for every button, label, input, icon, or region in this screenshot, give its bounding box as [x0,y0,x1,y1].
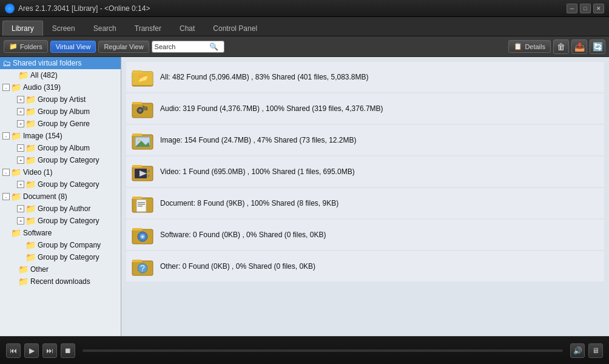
content-icon-audio [131,97,154,120]
expand-artist[interactable]: + [17,96,24,103]
content-item-document[interactable]: Document: 8 Found (9KB) , 100% Shared (8… [126,188,604,218]
content-text-software: Software: 0 Found (0KB) , 0% Shared (0 f… [160,231,326,239]
stop-button[interactable]: ⏹ [61,343,75,358]
image-folder-icon: 📁 [11,131,21,141]
sidebar-item-document[interactable]: - 📁 Document (8) [0,190,121,203]
content-item-software[interactable]: Software: 0 Found (0KB) , 0% Shared (0 f… [126,220,604,250]
play-button[interactable]: ▶ [24,343,39,358]
content-text-audio: Audio: 319 Found (4,376.7MB) , 100% Shar… [160,104,383,113]
sidebar-root[interactable]: 🗂 Shared virtual folders [0,57,121,69]
content-icon-all: 📂 [131,66,154,89]
sidebar-item-image-category[interactable]: + 📁 Group by Category [0,154,121,166]
refresh-button[interactable]: 🔄 [590,39,605,54]
svg-point-14 [138,139,140,141]
svg-rect-34 [132,260,142,262]
image-album-folder-icon: 📁 [25,143,36,153]
sidebar-item-software-company[interactable]: 📁 Group by Company [0,239,121,251]
content-item-other[interactable]: ? Other: 0 Found (0KB) , 0% Shared (0 fi… [126,251,604,281]
content-icon-software [131,223,154,246]
sidebar-item-image-album[interactable]: + 📁 Group by Album [0,142,121,154]
tab-transfer[interactable]: Transfer [126,21,170,36]
sidebar-item-all-label: All (482) [30,71,58,79]
search-button[interactable]: 🔍 [209,42,218,51]
sidebar-item-other[interactable]: 📁 Other [0,263,121,275]
sidebar-item-video[interactable]: - 📁 Video (1) [0,166,121,178]
tab-control-panel[interactable]: Control Panel [204,21,266,36]
ares-icon [5,4,15,13]
sidebar-item-software[interactable]: 📁 Software [0,227,121,239]
content-item-video[interactable]: Video: 1 Found (695.0MB) , 100% Shared (… [126,157,604,187]
expand-document-author[interactable]: + [17,205,24,212]
sidebar-item-video-category-label: Group by Category [38,180,99,189]
progress-bar[interactable] [82,349,563,352]
window-controls: ─ □ ✕ [567,4,604,13]
volume-button[interactable]: 🔊 [570,343,585,358]
software-company-folder-icon: 📁 [25,240,36,250]
prev-button[interactable]: ⏮ [6,343,21,358]
root-folder-icon: 🗂 [2,58,11,68]
sidebar-item-recent[interactable]: 📁 Recent downloads [0,275,121,288]
expand-image-album[interactable]: + [17,144,24,152]
sidebar-item-audio-genre[interactable]: + 📁 Group by Genre [0,118,121,130]
details-button[interactable]: 📋 Details [508,40,551,53]
next-button[interactable]: ⏭ [42,343,57,358]
sidebar-item-other-label: Other [30,265,49,274]
sidebar-item-all[interactable]: 📁 All (482) [0,69,121,81]
tab-chat[interactable]: Chat [170,21,204,36]
delete-button[interactable]: 🗑 [553,39,569,54]
tab-library[interactable]: Library [2,21,43,36]
expand-audio-album[interactable]: + [17,108,24,115]
close-button[interactable]: ✕ [593,4,604,13]
search-input[interactable] [155,43,209,50]
sidebar-item-video-category[interactable]: + 📁 Group by Category [0,178,121,190]
sidebar-item-audio-album[interactable]: + 📁 Group by Album [0,106,121,118]
content-icon-video [131,160,154,183]
svg-rect-23 [132,197,142,199]
toolbar: 📁 Folders Virtual View Regular View 🔍 📋 … [0,36,609,57]
minimize-button[interactable]: ─ [567,4,577,13]
svg-rect-17 [132,165,142,167]
expand-document-category[interactable]: + [17,217,24,224]
export-button[interactable]: 📤 [571,39,587,54]
expand-video[interactable]: - [2,169,10,176]
expand-audio[interactable]: - [2,84,10,91]
screen-button[interactable]: 🖥 [588,343,603,358]
content-text-document: Document: 8 Found (9KB) , 100% Shared (8… [160,199,338,207]
sidebar-item-document-category[interactable]: + 📁 Group by Category [0,215,121,227]
sidebar-item-document-author[interactable]: + 📁 Group by Author [0,203,121,215]
sidebar-item-image-label: Image (154) [23,132,62,140]
svg-rect-20 [147,170,150,172]
expand-audio-genre[interactable]: + [17,120,24,127]
expand-image-category[interactable]: + [17,157,24,164]
svg-rect-25 [138,202,145,203]
image-category-folder-icon: 📁 [25,155,36,165]
tab-screen[interactable]: Screen [43,21,84,36]
expand-video-category[interactable]: + [17,181,24,188]
other-folder-icon: 📁 [18,265,29,274]
content-panel: 📂 All: 482 Found (5,096.4MB) , 83% Share… [121,57,609,336]
sidebar-item-group-artist[interactable]: + 📁 Group by Artist [0,93,121,106]
sidebar-item-recent-label: Recent downloads [30,277,90,286]
expand-image[interactable]: - [2,132,10,140]
svg-rect-8 [143,106,144,110]
content-item-audio[interactable]: Audio: 319 Found (4,376.7MB) , 100% Shar… [126,93,604,124]
regular-view-button[interactable]: Regular View [98,41,149,53]
maximize-button[interactable]: □ [580,4,591,13]
details-icon: 📋 [514,42,522,50]
sidebar-item-audio[interactable]: - 📁 Audio (319) [0,81,121,93]
nav-bar: Library Screen Search Transfer Chat Cont… [0,17,609,36]
sidebar-item-document-category-label: Group by Category [38,217,99,225]
content-item-image[interactable]: Image: 154 Found (24.7MB) , 47% Shared (… [126,125,604,155]
sidebar-item-software-category[interactable]: 📁 Group by Category [0,251,121,263]
tab-search[interactable]: Search [84,21,126,36]
window-title: Ares 2.1.7.3041 [Library] - <Online 0:14… [18,4,150,13]
title-bar: Ares 2.1.7.3041 [Library] - <Online 0:14… [0,0,609,17]
virtual-view-button[interactable]: Virtual View [50,41,96,53]
artist-folder-icon: 📁 [25,95,36,104]
content-item-all[interactable]: 📂 All: 482 Found (5,096.4MB) , 83% Share… [126,62,604,92]
svg-text:?: ? [140,263,145,273]
expand-document[interactable]: - [2,193,10,200]
sidebar-item-image[interactable]: - 📁 Image (154) [0,130,121,142]
document-category-folder-icon: 📁 [25,216,36,226]
folders-button[interactable]: 📁 Folders [4,40,48,53]
